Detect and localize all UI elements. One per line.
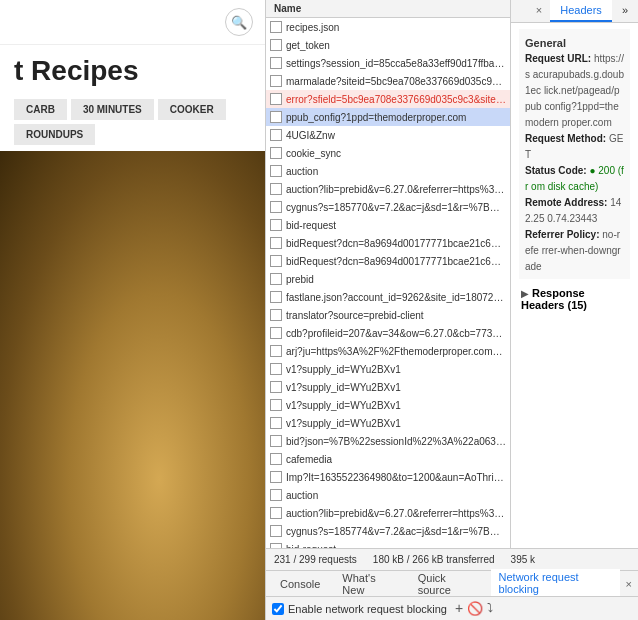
filter-roundups[interactable]: ROUNDUPS: [14, 124, 95, 145]
request-checkbox[interactable]: [270, 435, 282, 447]
request-item[interactable]: v1?supply_id=WYu2BXv1: [266, 378, 510, 396]
request-checkbox[interactable]: [270, 75, 282, 87]
request-name: settings?session_id=85cca5e8a33eff90d17f…: [286, 58, 506, 69]
request-checkbox[interactable]: [270, 453, 282, 465]
request-item[interactable]: cafemedia: [266, 450, 510, 468]
request-checkbox[interactable]: [270, 93, 282, 105]
request-item[interactable]: Imp?It=1635522364980&to=1200&aun=AoThriv…: [266, 468, 510, 486]
request-item[interactable]: auction: [266, 486, 510, 504]
filter-carb[interactable]: CARB: [14, 99, 67, 120]
request-checkbox[interactable]: [270, 471, 282, 483]
request-list-header: Name: [266, 0, 510, 18]
request-name: error?sfield=5bc9ea708e337669d035c9c3&si…: [286, 94, 506, 105]
request-checkbox[interactable]: [270, 165, 282, 177]
search-icon: 🔍: [231, 15, 247, 30]
tab-network-blocking[interactable]: Network request blocking: [491, 569, 620, 599]
tab-more[interactable]: »: [612, 0, 638, 22]
transferred-size: 180 kB / 266 kB transferred: [373, 554, 495, 565]
request-name: marmalade?siteid=5bc9ea708e337669d035c9c…: [286, 76, 506, 87]
filter-30min[interactable]: 30 MINUTES: [71, 99, 154, 120]
remove-all-button[interactable]: 🚫: [467, 601, 483, 616]
request-checkbox[interactable]: [270, 111, 282, 123]
request-name: auction: [286, 166, 506, 177]
filter-cooker[interactable]: COOKER: [158, 99, 226, 120]
request-item[interactable]: cygnus?s=185770&v=7.2&ac=j&sd=1&r=%7B%22…: [266, 198, 510, 216]
request-checkbox[interactable]: [270, 39, 282, 51]
devtools-toolbar: Console What's New Quick source Network …: [266, 570, 638, 596]
request-item[interactable]: marmalade?siteid=5bc9ea708e337669d035c9c…: [266, 72, 510, 90]
request-list-panel: Name recipes.jsonget_tokensettings?sessi…: [266, 0, 511, 548]
request-checkbox[interactable]: [270, 147, 282, 159]
request-item[interactable]: cygnus?s=185774&v=7.2&ac=j&sd=1&r=%7B%22…: [266, 522, 510, 540]
request-name: 4UGI&Znw: [286, 130, 506, 141]
request-item[interactable]: settings?session_id=85cca5e8a33eff90d17f…: [266, 54, 510, 72]
request-item[interactable]: auction?lib=prebid&v=6.27.0&referrer=htt…: [266, 504, 510, 522]
request-checkbox[interactable]: [270, 237, 282, 249]
request-list[interactable]: recipes.jsonget_tokensettings?session_id…: [266, 18, 510, 548]
search-button[interactable]: 🔍: [225, 8, 253, 36]
request-item[interactable]: translator?source=prebid-client: [266, 306, 510, 324]
request-item[interactable]: prebid: [266, 270, 510, 288]
request-url-row: Request URL: https://s acurapubads.g.dou…: [525, 51, 624, 131]
request-item[interactable]: v1?supply_id=WYu2BXv1: [266, 396, 510, 414]
headers-panel-close[interactable]: ×: [528, 0, 550, 22]
request-checkbox[interactable]: [270, 309, 282, 321]
request-checkbox[interactable]: [270, 255, 282, 267]
request-name: cygnus?s=185774&v=7.2&ac=j&sd=1&r=%7B%22…: [286, 526, 506, 537]
request-checkbox[interactable]: [270, 129, 282, 141]
request-checkbox[interactable]: [270, 219, 282, 231]
request-checkbox[interactable]: [270, 345, 282, 357]
request-checkbox[interactable]: [270, 417, 282, 429]
request-name: recipes.json: [286, 22, 506, 33]
request-item[interactable]: auction: [266, 162, 510, 180]
request-checkbox[interactable]: [270, 399, 282, 411]
request-method-row: Request Method: GET: [525, 131, 624, 163]
request-checkbox[interactable]: [270, 507, 282, 519]
request-item[interactable]: recipes.json: [266, 18, 510, 36]
request-item[interactable]: bid?json=%7B%22sessionId%22%3A%22a063d28…: [266, 432, 510, 450]
filter-buttons: CARB 30 MINUTES COOKER ROUNDUPS: [0, 93, 265, 151]
sort-button[interactable]: ⤵: [487, 601, 493, 616]
request-item[interactable]: bid-request: [266, 540, 510, 548]
request-checkbox[interactable]: [270, 21, 282, 33]
request-item[interactable]: fastlane.json?account_id=9262&site_id=18…: [266, 288, 510, 306]
request-item[interactable]: cookie_sync: [266, 144, 510, 162]
request-item[interactable]: ppub_config?1ppd=themoderproper.com: [266, 108, 510, 126]
network-blocking-close[interactable]: ×: [626, 578, 632, 590]
request-checkbox[interactable]: [270, 525, 282, 537]
request-checkbox[interactable]: [270, 183, 282, 195]
request-item[interactable]: cdb?profileid=207&av=34&ow=6.27.0&cb=773…: [266, 324, 510, 342]
request-item[interactable]: error?sfield=5bc9ea708e337669d035c9c3&si…: [266, 90, 510, 108]
request-item[interactable]: auction?lib=prebid&v=6.27.0&referrer=htt…: [266, 180, 510, 198]
tab-console[interactable]: Console: [272, 576, 328, 592]
request-checkbox[interactable]: [270, 57, 282, 69]
tab-quick-source[interactable]: Quick source: [410, 570, 485, 598]
devtools-status: 231 / 299 requests 180 kB / 266 kB trans…: [266, 548, 638, 570]
request-checkbox[interactable]: [270, 381, 282, 393]
request-item[interactable]: bidRequest?dcn=8a9694d00177771bcae21c694…: [266, 234, 510, 252]
request-item[interactable]: v1?supply_id=WYu2BXv1: [266, 414, 510, 432]
request-item[interactable]: get_token: [266, 36, 510, 54]
request-checkbox[interactable]: [270, 489, 282, 501]
request-name: arj?ju=https%3A%2F%2Fthemoderproper.com%…: [286, 346, 506, 357]
remote-address-label: Remote Address:: [525, 197, 610, 208]
request-item[interactable]: arj?ju=https%3A%2F%2Fthemoderproper.com%…: [266, 342, 510, 360]
request-checkbox[interactable]: [270, 327, 282, 339]
general-title: General: [525, 37, 624, 49]
tab-whats-new[interactable]: What's New: [334, 570, 403, 598]
referrer-policy-label: Referrer Policy:: [525, 229, 602, 240]
add-pattern-button[interactable]: +: [455, 601, 463, 616]
response-headers-row[interactable]: ▶ Response Headers (15): [519, 283, 630, 315]
request-checkbox[interactable]: [270, 363, 282, 375]
tab-headers[interactable]: Headers: [550, 0, 612, 22]
request-item[interactable]: bidRequest?dcn=8a9694d00177771bcae21c694…: [266, 252, 510, 270]
request-checkbox[interactable]: [270, 201, 282, 213]
request-item[interactable]: bid-request: [266, 216, 510, 234]
request-checkbox[interactable]: [270, 291, 282, 303]
enable-blocking-checkbox[interactable]: [272, 603, 284, 615]
request-checkbox[interactable]: [270, 273, 282, 285]
request-name: bidRequest?dcn=8a9694d00177771bcae21c694…: [286, 238, 506, 249]
request-item[interactable]: v1?supply_id=WYu2BXv1: [266, 360, 510, 378]
enable-blocking-label: Enable network request blocking: [288, 603, 447, 615]
request-item[interactable]: 4UGI&Znw: [266, 126, 510, 144]
